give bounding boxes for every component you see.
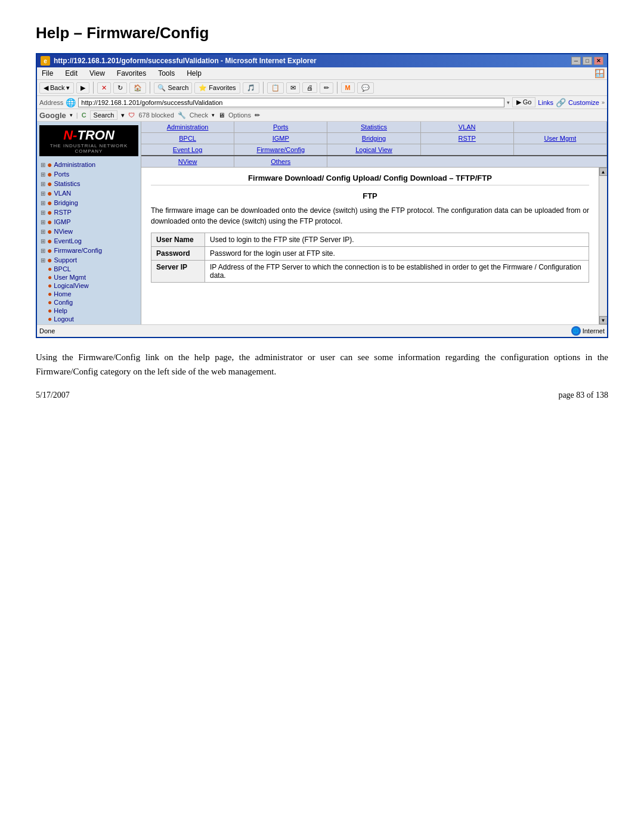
sidebar-item-eventlog[interactable]: ⊞ ● EventLog	[39, 236, 138, 246]
tab-event-log[interactable]: Event Log	[141, 144, 234, 155]
tab-vlan[interactable]: VLAN	[421, 122, 514, 132]
edit-button[interactable]: ✏	[320, 82, 333, 94]
go-label: Go	[523, 98, 532, 106]
google-separator: |	[76, 112, 78, 119]
favorites-label: Favorites	[209, 84, 236, 91]
menu-file[interactable]: File	[39, 69, 55, 78]
address-input[interactable]	[78, 98, 504, 107]
menu-help[interactable]: Help	[184, 69, 204, 78]
tab-logical-view[interactable]: Logical View	[327, 144, 420, 155]
google-c-icon: C	[82, 112, 86, 119]
sidebar-item-config[interactable]: ● Config	[39, 298, 138, 306]
msn-button[interactable]: M	[341, 82, 355, 93]
minimize-button[interactable]: ─	[571, 57, 581, 65]
messenger-icon: 💬	[361, 84, 370, 92]
sidebar-item-statistics[interactable]: ⊞ ● Statistics	[39, 179, 138, 188]
home-icon: 🏠	[134, 84, 142, 92]
dropdown-arrow-icon[interactable]: ▾	[507, 100, 510, 106]
content-area: Firmware Download/ Config Upload/ Config…	[141, 168, 607, 324]
menu-view[interactable]: View	[87, 69, 107, 78]
menu-favorites[interactable]: Favorites	[114, 69, 148, 78]
sidebar-item-ports[interactable]: ⊞ ● Ports	[39, 169, 138, 179]
sidebar-item-home[interactable]: ● Home	[39, 290, 138, 298]
tab-placeholder1	[514, 122, 607, 132]
options-label: Options	[228, 112, 251, 119]
sidebar-item-user-mgmt[interactable]: ● User Mgmt	[39, 273, 138, 281]
sidebar-item-igmp[interactable]: ⊞ ● IGMP	[39, 217, 138, 227]
stop-button[interactable]: ✕	[97, 82, 111, 94]
sidebar-item-help[interactable]: ● Help	[39, 306, 138, 315]
titlebar-controls[interactable]: ─ □ ✕	[571, 57, 603, 65]
media-icon: 🎵	[247, 84, 255, 92]
toolbar-separator-4	[337, 82, 338, 94]
sidebar-item-administration[interactable]: ⊞ ● Administration	[39, 160, 138, 169]
scroll-thumb[interactable]	[599, 176, 608, 316]
sidebar-item-logout[interactable]: ● Logout	[39, 315, 138, 323]
refresh-button[interactable]: ↻	[113, 82, 127, 94]
history-button[interactable]: 📋	[267, 82, 284, 94]
globe-icon: 🌐	[571, 326, 581, 336]
tab-bridging[interactable]: Bridging	[327, 133, 420, 144]
expand-icon: ⊞	[41, 190, 45, 197]
sidebar-item-bridging[interactable]: ⊞ ● Bridging	[39, 198, 138, 208]
content-title: Firmware Download/ Config Upload/ Config…	[151, 174, 589, 185]
print-button[interactable]: 🖨	[302, 82, 317, 93]
menu-edit[interactable]: Edit	[63, 69, 80, 78]
close-button[interactable]: ✕	[594, 57, 603, 65]
status-bar: Done 🌐 Internet	[37, 324, 607, 337]
search-button[interactable]: 🔍 Search	[154, 82, 192, 94]
sidebar-item-bpcl[interactable]: ● BPCL	[39, 265, 138, 273]
shield-icon: 🛡	[128, 112, 135, 119]
tab-empty1	[421, 144, 514, 155]
mail-button[interactable]: ✉	[286, 82, 300, 94]
sidebar-label: LogicalView	[54, 282, 89, 289]
bullet-icon: ●	[47, 237, 52, 245]
bullet-icon: ●	[48, 265, 52, 272]
favorites-button[interactable]: ⭐ Favorites	[194, 82, 240, 94]
go-button[interactable]: ▶ Go	[512, 97, 536, 107]
sidebar-item-vlan[interactable]: ⊞ ● VLAN	[39, 188, 138, 198]
star-icon: ⭐	[199, 84, 207, 92]
bullet-icon: ●	[48, 290, 52, 298]
customize-label[interactable]: Customize	[568, 99, 599, 106]
ftp-description: The firmware image can be downloaded ont…	[151, 205, 589, 227]
tab-firmware-config[interactable]: Firmware/Config	[234, 144, 327, 155]
forward-button[interactable]: ▶	[76, 82, 89, 94]
messenger-button[interactable]: 💬	[357, 82, 374, 94]
sidebar-label: IGMP	[54, 218, 70, 225]
bullet-icon: ●	[48, 307, 52, 314]
content-body: Firmware Download/ Config Upload/ Config…	[141, 168, 599, 324]
sidebar-item-logical-view[interactable]: ● LogicalView	[39, 281, 138, 290]
menu-tools[interactable]: Tools	[156, 69, 177, 78]
maximize-button[interactable]: □	[583, 57, 592, 65]
sidebar-label: Administration	[54, 161, 95, 168]
tab-user-mgmt[interactable]: User Mgmt	[514, 133, 607, 144]
tab-statistics[interactable]: Statistics	[327, 122, 420, 132]
back-button[interactable]: ◀ Back ▾	[39, 82, 74, 94]
tab-rstp[interactable]: RSTP	[421, 133, 514, 144]
google-search-button[interactable]: Search	[90, 110, 118, 120]
scroll-down-button[interactable]: ▼	[599, 316, 608, 324]
nav-tabs-row2: BPCL IGMP Bridging RSTP User Mgmt	[141, 133, 607, 144]
sidebar-logo: N-TRON THE INDUSTRIAL NETWORK COMPANY	[39, 125, 138, 156]
tab-administration[interactable]: Administration	[141, 122, 234, 132]
tab-others[interactable]: Others	[234, 156, 327, 167]
msn-icon: M	[345, 84, 351, 91]
sidebar-item-nview[interactable]: ⊞ ● NView	[39, 227, 138, 236]
sidebar-item-firmware-config[interactable]: ⊞ ● Firmware/Config	[39, 246, 138, 255]
sidebar-item-support[interactable]: ⊞ ● Support	[39, 255, 138, 265]
home-button[interactable]: 🏠	[129, 82, 146, 94]
tab-bpcl[interactable]: BPCL	[141, 133, 234, 144]
sidebar-item-rstp[interactable]: ⊞ ● RSTP	[39, 208, 138, 217]
media-button[interactable]: 🎵	[243, 82, 259, 94]
tab-ports[interactable]: Ports	[234, 122, 327, 132]
ie-icon: e	[41, 56, 50, 66]
sidebar-label: Bridging	[54, 199, 78, 206]
scroll-up-button[interactable]: ▲	[599, 168, 608, 176]
status-text: Done	[39, 327, 55, 335]
tab-nview[interactable]: NView	[141, 156, 234, 167]
body-paragraph: Using the Firmware/Config link on the he…	[36, 350, 608, 379]
expand-icon: ⊞	[41, 257, 45, 264]
tab-igmp[interactable]: IGMP	[234, 133, 327, 144]
expand-icon: ⊞	[41, 162, 45, 168]
